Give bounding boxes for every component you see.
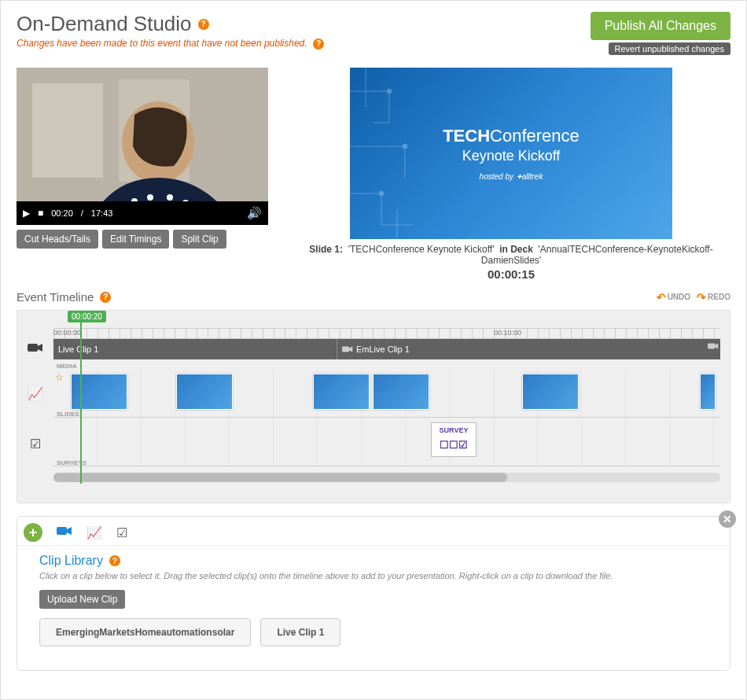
help-icon[interactable]: ? xyxy=(313,39,324,50)
help-icon[interactable]: ? xyxy=(100,292,111,303)
library-tabs: + 📈 ☑ xyxy=(17,517,730,546)
timeline-section: Event Timeline ? ↶UNDO ↷REDO 00:00:20 00… xyxy=(1,281,746,503)
upload-clip-button[interactable]: Upload New Clip xyxy=(39,590,125,609)
play-icon[interactable]: ▶ xyxy=(23,208,30,219)
track-label-slides: SLIDES xyxy=(57,411,79,418)
revert-button[interactable]: Revert unpublished changes xyxy=(609,42,730,55)
slide-caption: Slide 1: 'TECHConference Keynote Kickoff… xyxy=(292,244,730,281)
slide-preview[interactable]: TECHConference Keynote Kickoff hosted by… xyxy=(350,68,672,239)
slide-thumbnail[interactable] xyxy=(700,374,716,410)
slide-column: TECHConference Keynote Kickoff hosted by… xyxy=(292,68,730,281)
scrollbar-thumb[interactable] xyxy=(53,473,507,482)
header-left: On-Demand Studio ? Changes have been mad… xyxy=(17,12,324,50)
video-controls: ▶ ■ 00:20 / 17:43 🔊 xyxy=(17,201,268,225)
svg-rect-16 xyxy=(57,527,67,535)
svg-rect-1 xyxy=(32,83,103,178)
star-icon: ☆ xyxy=(55,372,64,383)
close-icon[interactable]: ✕ xyxy=(719,510,736,528)
svg-point-11 xyxy=(403,144,407,149)
slide-timestamp: 00:00:15 xyxy=(292,267,730,281)
chart-icon: 📈 xyxy=(27,386,44,401)
clip-item[interactable]: EmergingMarketsHomeautomationsolar xyxy=(39,618,251,647)
video-track[interactable]: Live Clip 1 EmLive Clip 1 xyxy=(53,339,720,359)
checkbox-icon: ☑ xyxy=(27,437,44,451)
library-title: Clip Library ? xyxy=(39,554,708,568)
tab-surveys[interactable]: ☑ xyxy=(116,525,127,540)
split-clip-button[interactable]: Split Clip xyxy=(173,230,226,249)
survey-checkbox-icons: ☐☐☑ xyxy=(432,439,476,451)
slide-title: TECHConference xyxy=(443,126,580,146)
playhead-line[interactable] xyxy=(80,320,82,484)
video-duration: 17:43 xyxy=(91,208,113,218)
timeline-title: Event Timeline xyxy=(17,290,94,304)
video-edit-buttons: Cut Heads/Tails Edit Timings Split Clip xyxy=(17,230,268,249)
svg-point-12 xyxy=(379,191,384,196)
survey-item[interactable]: SURVEY ☐☐☑ xyxy=(431,422,477,457)
header: On-Demand Studio ? Changes have been mad… xyxy=(1,1,746,60)
clip-list: EmergingMarketsHomeautomationsolar Live … xyxy=(39,618,708,647)
timeline-clip[interactable]: EmLive Clip 1 xyxy=(337,339,414,359)
slide-thumbnail[interactable] xyxy=(313,374,370,410)
slides-track[interactable]: ☆ SLIDES xyxy=(53,369,720,418)
stop-icon[interactable]: ■ xyxy=(38,208,43,219)
tab-clips[interactable] xyxy=(57,525,72,540)
library-panel: ✕ + 📈 ☑ Clip Library ? Click on a clip b… xyxy=(17,516,730,671)
time-separator: / xyxy=(81,208,83,218)
undo-button[interactable]: ↶UNDO xyxy=(657,291,690,304)
redo-button[interactable]: ↷REDO xyxy=(697,291,730,304)
timeline-canvas[interactable]: 00:00:20 00:00:00 00:10:00 Live Clip 1 E… xyxy=(17,310,730,503)
publish-button[interactable]: Publish All Changes xyxy=(591,12,730,40)
playhead-time-tag[interactable]: 00:00:20 xyxy=(68,311,106,322)
svg-point-6 xyxy=(167,194,173,201)
surveys-track[interactable]: SURVEY ☐☐☑ SURVEYS xyxy=(53,418,720,466)
header-right: Publish All Changes Revert unpublished c… xyxy=(591,12,730,55)
ruler-tick: 00:10:00 xyxy=(494,329,521,337)
slide-thumbnail[interactable] xyxy=(71,374,127,410)
edit-timings-button[interactable]: Edit Timings xyxy=(102,230,169,249)
timeline-clip[interactable]: Live Clip 1 xyxy=(53,339,337,359)
preview-row: ▶ ■ 00:20 / 17:43 🔊 Cut Heads/Tails Edit… xyxy=(1,60,746,281)
cut-heads-tails-button[interactable]: Cut Heads/Tails xyxy=(17,230,98,249)
video-preview[interactable]: ▶ ■ 00:20 / 17:43 🔊 xyxy=(17,68,268,225)
camera-icon xyxy=(27,342,44,356)
slide-thumbnail[interactable] xyxy=(522,374,579,410)
slide-thumbnail[interactable] xyxy=(176,374,233,410)
ruler-tick: 00:00:00 xyxy=(53,329,81,337)
clip-end-icon xyxy=(708,342,719,352)
slide-hosted-by: hosted by ✦alltrek xyxy=(480,172,543,181)
library-hint: Click on a clip below to select it. Drag… xyxy=(39,571,708,580)
tab-slides[interactable]: 📈 xyxy=(86,525,102,540)
timeline-header: Event Timeline ? ↶UNDO ↷REDO xyxy=(17,290,730,304)
svg-point-10 xyxy=(387,89,392,94)
svg-rect-15 xyxy=(708,344,715,349)
add-button[interactable]: + xyxy=(24,523,42,542)
unpublished-warning: Changes have been made to this event tha… xyxy=(17,38,307,49)
timeline-ruler[interactable]: 00:00:00 00:10:00 xyxy=(53,328,720,339)
timeline-scrollbar[interactable] xyxy=(53,473,720,482)
svg-rect-14 xyxy=(342,347,349,352)
slide-thumbnail[interactable] xyxy=(373,374,429,410)
svg-point-5 xyxy=(147,194,153,201)
slide-subtitle: Keynote Kickoff xyxy=(462,148,561,164)
volume-icon[interactable]: 🔊 xyxy=(247,206,262,220)
video-current-time: 00:20 xyxy=(51,208,73,218)
clip-item[interactable]: Live Clip 1 xyxy=(260,618,340,647)
svg-rect-13 xyxy=(28,344,38,352)
help-icon[interactable]: ? xyxy=(109,555,120,566)
page-title: On-Demand Studio xyxy=(17,12,192,36)
help-icon[interactable]: ? xyxy=(198,19,209,30)
video-column: ▶ ■ 00:20 / 17:43 🔊 Cut Heads/Tails Edit… xyxy=(17,68,268,281)
track-label-surveys: SURVEYS xyxy=(57,459,86,466)
